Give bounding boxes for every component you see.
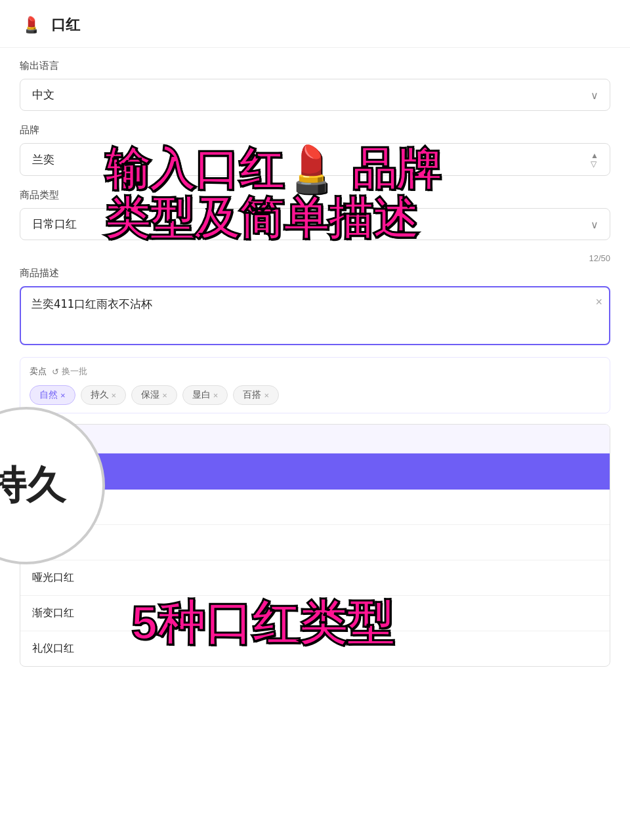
tag-active-natural[interactable]: 自然 × — [30, 385, 75, 405]
dropdown-option-matte[interactable]: 哑光口红 — [20, 560, 610, 596]
refresh-label: 换一批 — [62, 366, 87, 377]
tag-close-icon[interactable]: × — [112, 390, 117, 400]
language-select-wrapper: 中文 ∨ — [20, 79, 610, 111]
description-wrapper: 兰奕411口红雨衣不沾杯 × — [20, 286, 610, 348]
tag-versatile[interactable]: 百搭 × — [233, 385, 279, 405]
tag-close-icon[interactable]: × — [162, 390, 167, 400]
description-textarea[interactable]: 兰奕411口红雨衣不沾杯 — [20, 286, 610, 345]
dropdown-option-lasting[interactable]: 持久口红 — [20, 525, 610, 560]
form-container: 输出语言 中文 ∨ 品牌 ▲ ▽ 商品类型 日常口红 ∨ 12/50 商品描述 … — [0, 48, 630, 348]
description-counter: 12/50 — [20, 253, 610, 263]
tag-close-icon[interactable]: × — [213, 390, 219, 400]
tag-label: 持久 — [91, 389, 109, 401]
tags-row: 自然 × 持久 × 保湿 × 显白 × 百搭 × — [30, 385, 600, 405]
brand-label: 品牌 — [20, 124, 610, 136]
product-type-label: 商品类型 — [20, 189, 610, 201]
tag-close-icon[interactable]: × — [60, 390, 66, 400]
tag-label: 保湿 — [141, 389, 159, 401]
product-type-select-wrapper: 日常口红 ∨ — [20, 208, 610, 240]
app-icon: 💄 — [20, 13, 43, 37]
tag-label: 百搭 — [243, 389, 261, 401]
tag-label: 显白 — [192, 389, 211, 401]
tag-label: 自然 — [39, 389, 58, 401]
tag-lasting[interactable]: 持久 × — [81, 385, 127, 405]
dropdown-header: 商品类型 — [20, 425, 610, 453]
dropdown-option-ceremony[interactable]: 礼仪口红 — [20, 631, 610, 666]
tags-section: 卖点 ↺ 换一批 自然 × 持久 × 保湿 × 显白 × 百搭 × — [20, 357, 610, 413]
dropdown-selected-type[interactable]: 持久口红 — [20, 453, 610, 490]
app-header: 💄 口红 — [0, 0, 630, 48]
brand-select-wrapper: ▲ ▽ — [20, 143, 610, 176]
dropdown-section: 商品类型 持久口红 日常口红 持久口红 哑光口红 渐变口红 礼仪口红 — [20, 424, 610, 667]
brand-input[interactable] — [20, 143, 610, 176]
language-select[interactable]: 中文 — [20, 79, 610, 111]
app-title: 口红 — [51, 15, 80, 35]
language-label: 输出语言 — [20, 60, 610, 72]
dropdown-option-daily[interactable]: 日常口红 — [20, 490, 610, 525]
tags-selected-label: 卖点 — [30, 366, 47, 377]
description-clear-icon[interactable]: × — [595, 295, 602, 309]
tag-close-icon[interactable]: × — [264, 390, 269, 400]
tag-moisturize[interactable]: 保湿 × — [131, 385, 177, 405]
dropdown-option-gradient[interactable]: 渐变口红 — [20, 596, 610, 631]
tags-header: 卖点 ↺ 换一批 — [30, 366, 600, 377]
refresh-icon: ↺ — [52, 367, 59, 377]
tag-brightening[interactable]: 显白 × — [182, 385, 228, 405]
product-type-select[interactable]: 日常口红 — [20, 208, 610, 240]
refresh-button[interactable]: ↺ 换一批 — [52, 366, 87, 377]
description-label: 商品描述 — [20, 267, 610, 280]
circle-text: 持久 — [0, 459, 66, 513]
